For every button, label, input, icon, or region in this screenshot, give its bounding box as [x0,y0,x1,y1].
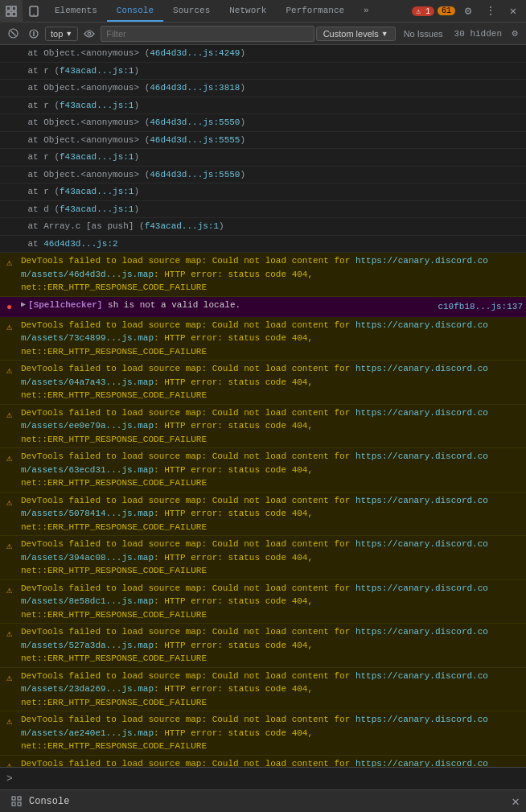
console-input[interactable] [18,774,520,784]
list-item: at 46d4d3d...js:2 [0,236,526,253]
warning-icon: ⚠ [6,408,18,422]
dropdown-arrow-icon: ▼ [381,30,388,38]
warning-icon: ⚠ [6,539,18,554]
console-input-bar: > [0,767,526,789]
svg-rect-13 [12,802,15,806]
source-link[interactable]: 46d4d3d...js:4249 [150,48,240,58]
console-toolbar: top ▼ Custom levels ▼ No Issues 30 hidde… [0,23,526,45]
tab-performance[interactable]: Performance [276,0,354,22]
tab-sources[interactable]: Sources [163,0,220,22]
svg-rect-12 [18,797,21,800]
source-link[interactable]: f43acad...js:1 [60,101,134,110]
mobile-icon[interactable] [23,0,45,23]
settings-icon[interactable]: ⚙ [458,2,478,21]
source-link[interactable]: f43acad...js:1 [60,152,134,162]
no-issues-btn[interactable]: No Issues [397,27,450,40]
filter-input[interactable] [101,26,314,42]
source-link[interactable]: 46d4d3d...js:5550 [150,117,240,127]
list-item: at Object.<anonymous> (46d4d3d...js:5550… [0,167,526,184]
svg-rect-0 [6,6,10,10]
list-item: ⚠ DevTools failed to load source map: Co… [0,253,526,297]
more-icon[interactable]: ⋮ [481,2,500,21]
error-source-link[interactable]: c10fb18...js:137 [438,300,523,314]
error-badge: ⚠ 1 [412,6,434,16]
console-settings-icon[interactable]: ⚙ [507,26,523,42]
source-map-link[interactable]: https://canary.discord.com/assets/04a7a4… [21,364,488,387]
source-link[interactable]: f43acad...js:1 [145,221,219,231]
custom-levels-btn[interactable]: Custom levels ▼ [316,27,396,41]
source-link[interactable]: f43acad...js:1 [60,204,134,214]
bottom-bar: Console ✕ [0,789,526,812]
clear-console-btn[interactable] [3,24,23,43]
svg-rect-2 [6,12,10,16]
list-item: ⚠ DevTools failed to load source map: Co… [0,493,526,537]
list-item: at r (f43acad...js:1) [0,63,526,80]
console-messages[interactable]: at Object.<anonymous> (46d4d3d...js:4249… [0,45,526,767]
list-item: ⚠ DevTools failed to load source map: Co… [0,668,526,712]
source-map-link[interactable]: https://canary.discord.com/assets/8e58dc… [21,583,488,607]
eye-icon[interactable] [80,24,99,43]
source-map-link[interactable]: https://canary.discord.com/assets/73c489… [21,320,488,344]
source-map-link[interactable]: https://canary.discord.com/assets/507841… [21,496,488,519]
list-item: at Array.c [as push] (f43acad...js:1) [0,218,526,236]
list-item: at r (f43acad...js:1) [0,97,526,115]
bottom-tab-label: Console [29,796,69,807]
top-toolbar: Elements Console Sources Network Perform… [0,0,526,23]
console-prompt-icon: > [6,773,13,785]
source-link[interactable]: 46d4d3d...js:5555 [150,135,240,145]
source-link[interactable]: 46d4d3d...js:3818 [150,83,240,93]
list-item: ⚠ DevTools failed to load source map: Co… [0,536,526,580]
pause-btn[interactable] [24,24,43,43]
warning-badge: 61 [438,6,455,15]
warning-icon: ⚠ [6,320,18,335]
list-item: ⚠ DevTools failed to load source map: Co… [0,624,526,668]
source-link[interactable]: f43acad...js:1 [60,187,134,196]
devtools-select-icon[interactable] [0,0,23,23]
source-map-link[interactable]: https://canary.discord.com/assets/46d4d3… [21,256,488,279]
context-selector[interactable]: top ▼ [45,27,78,41]
list-item: ⚠ DevTools failed to load source map: Co… [0,317,526,361]
list-item: ⚠ DevTools failed to load source map: Co… [0,580,526,624]
list-item: at Object.<anonymous> (46d4d3d...js:5550… [0,114,526,132]
warning-icon: ⚠ [6,364,18,378]
source-map-link[interactable]: https://canary.discord.com/assets/ae240e… [21,715,488,738]
bottom-close-btn[interactable]: ✕ [512,793,520,810]
source-map-link[interactable]: https://canary.discord.com/assets/ee0e79… [21,408,488,431]
chevron-down-icon: ▼ [65,30,72,38]
tab-console[interactable]: Console [107,0,163,22]
tab-network[interactable]: Network [220,0,276,22]
svg-rect-1 [12,6,16,10]
source-link[interactable]: 46d4d3d...js:2 [43,239,117,249]
source-map-link[interactable]: https://canary.discord.com/assets/3fc576… [21,759,488,768]
list-item: at Object.<anonymous> (46d4d3d...js:5555… [0,132,526,150]
warning-icon: ⚠ [6,583,18,598]
list-item: ⚠ DevTools failed to load source map: Co… [0,448,526,493]
svg-point-10 [88,32,91,35]
warning-icon: ⚠ [6,451,18,466]
list-item: at Object.<anonymous> (46d4d3d...js:3818… [0,80,526,97]
tab-more[interactable]: » [354,0,379,22]
list-item: at r (f43acad...js:1) [0,183,526,201]
source-map-link[interactable]: https://canary.discord.com/assets/394ac0… [21,539,488,563]
svg-line-7 [10,31,15,36]
source-map-link[interactable]: https://canary.discord.com/assets/23da26… [21,671,488,695]
warning-icon: ⚠ [6,496,18,510]
list-item: ⚠ DevTools failed to load source map: Co… [0,405,526,449]
svg-rect-11 [12,797,15,800]
close-icon[interactable]: ✕ [503,2,523,21]
tab-elements[interactable]: Elements [45,0,107,22]
expand-arrow-icon[interactable]: ▶ [21,299,26,311]
source-map-link[interactable]: https://canary.discord.com/assets/527a3d… [21,627,488,650]
source-link[interactable]: f43acad...js:1 [60,66,134,76]
spellcheck-tag: [Spellchecker] [28,300,102,310]
svg-point-5 [33,14,35,15]
bottom-grid-icon[interactable] [6,792,26,811]
warning-icon: ⚠ [6,256,18,270]
warning-icon: ⚠ [6,627,18,641]
svg-rect-14 [18,802,21,806]
list-item: ⚠ DevTools failed to load source map: Co… [0,361,526,405]
source-link[interactable]: 46d4d3d...js:5550 [150,170,240,179]
svg-rect-3 [12,12,16,16]
tab-bar: Elements Console Sources Network Perform… [45,0,412,22]
source-map-link[interactable]: https://canary.discord.com/assets/63ecd3… [21,451,488,475]
